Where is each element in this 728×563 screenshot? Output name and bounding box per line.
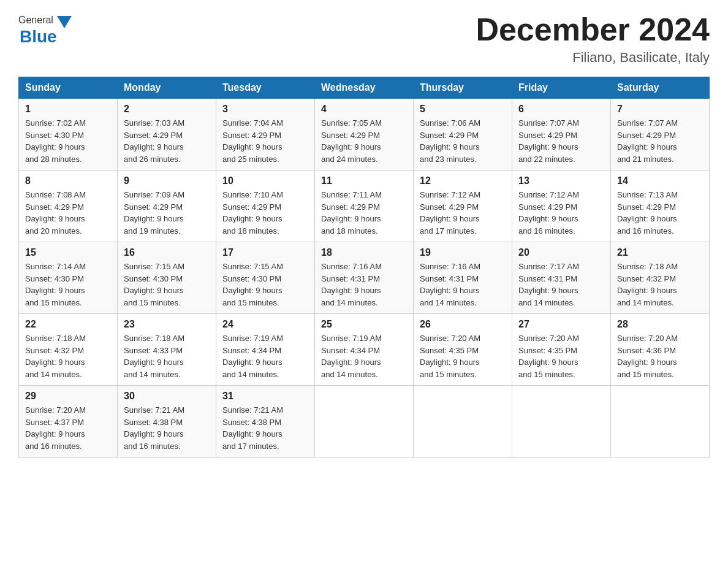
week-row-4: 22 Sunrise: 7:18 AMSunset: 4:32 PMDaylig… [19, 314, 710, 386]
day-cell: 19 Sunrise: 7:16 AMSunset: 4:31 PMDaylig… [414, 242, 512, 314]
title-block: December 2024 Filiano, Basilicate, Italy [476, 12, 710, 66]
location-subtitle: Filiano, Basilicate, Italy [476, 50, 710, 66]
day-cell: 18 Sunrise: 7:16 AMSunset: 4:31 PMDaylig… [315, 242, 414, 314]
day-cell: 21 Sunrise: 7:18 AMSunset: 4:32 PMDaylig… [611, 242, 710, 314]
day-number: 21 [617, 247, 703, 258]
day-cell: 17 Sunrise: 7:15 AMSunset: 4:30 PMDaylig… [216, 242, 315, 314]
day-info: Sunrise: 7:19 AMSunset: 4:34 PMDaylight:… [321, 334, 382, 379]
day-number: 8 [25, 175, 111, 186]
day-number: 7 [617, 104, 703, 115]
day-info: Sunrise: 7:20 AMSunset: 4:37 PMDaylight:… [25, 405, 86, 451]
day-cell: 31 Sunrise: 7:21 AMSunset: 4:38 PMDaylig… [216, 386, 315, 458]
week-row-2: 8 Sunrise: 7:08 AMSunset: 4:29 PMDayligh… [19, 170, 710, 242]
day-cell [414, 386, 512, 458]
day-info: Sunrise: 7:15 AMSunset: 4:30 PMDaylight:… [222, 262, 283, 307]
header-cell-wednesday: Wednesday [315, 77, 414, 99]
day-info: Sunrise: 7:21 AMSunset: 4:38 PMDaylight:… [124, 405, 184, 451]
day-info: Sunrise: 7:15 AMSunset: 4:30 PMDaylight:… [124, 262, 184, 307]
day-number: 30 [124, 391, 210, 402]
day-number: 29 [25, 391, 111, 402]
day-number: 13 [518, 175, 604, 186]
logo-blue-text: Blue [20, 27, 57, 47]
day-info: Sunrise: 7:04 AMSunset: 4:29 PMDaylight:… [222, 118, 283, 164]
day-number: 5 [420, 104, 506, 115]
day-number: 16 [124, 247, 210, 258]
header-cell-monday: Monday [118, 77, 216, 99]
day-cell: 7 Sunrise: 7:07 AMSunset: 4:29 PMDayligh… [611, 99, 710, 170]
day-number: 2 [124, 104, 210, 115]
day-info: Sunrise: 7:14 AMSunset: 4:30 PMDaylight:… [25, 262, 86, 307]
day-info: Sunrise: 7:16 AMSunset: 4:31 PMDaylight:… [321, 262, 382, 307]
day-cell: 14 Sunrise: 7:13 AMSunset: 4:29 PMDaylig… [611, 170, 710, 242]
day-info: Sunrise: 7:17 AMSunset: 4:31 PMDaylight:… [518, 262, 579, 307]
day-info: Sunrise: 7:16 AMSunset: 4:31 PMDaylight:… [420, 262, 480, 307]
day-number: 10 [222, 175, 308, 186]
day-cell: 1 Sunrise: 7:02 AMSunset: 4:30 PMDayligh… [19, 99, 118, 170]
day-info: Sunrise: 7:18 AMSunset: 4:32 PMDaylight:… [25, 334, 86, 379]
day-number: 4 [321, 104, 407, 115]
header-cell-thursday: Thursday [414, 77, 512, 99]
week-row-3: 15 Sunrise: 7:14 AMSunset: 4:30 PMDaylig… [19, 242, 710, 314]
header-cell-saturday: Saturday [611, 77, 710, 99]
day-cell: 9 Sunrise: 7:09 AMSunset: 4:29 PMDayligh… [118, 170, 216, 242]
day-cell: 20 Sunrise: 7:17 AMSunset: 4:31 PMDaylig… [512, 242, 611, 314]
header-cell-friday: Friday [512, 77, 611, 99]
day-cell: 5 Sunrise: 7:06 AMSunset: 4:29 PMDayligh… [414, 99, 512, 170]
day-info: Sunrise: 7:07 AMSunset: 4:29 PMDaylight:… [617, 118, 678, 164]
day-cell: 23 Sunrise: 7:18 AMSunset: 4:33 PMDaylig… [118, 314, 216, 386]
day-info: Sunrise: 7:20 AMSunset: 4:35 PMDaylight:… [420, 334, 480, 379]
week-row-1: 1 Sunrise: 7:02 AMSunset: 4:30 PMDayligh… [19, 99, 710, 170]
day-number: 12 [420, 175, 506, 186]
day-cell: 27 Sunrise: 7:20 AMSunset: 4:35 PMDaylig… [512, 314, 611, 386]
day-number: 18 [321, 247, 407, 258]
day-info: Sunrise: 7:19 AMSunset: 4:34 PMDaylight:… [222, 334, 283, 379]
header-cell-tuesday: Tuesday [216, 77, 315, 99]
page-header: General Blue December 2024 Filiano, Basi… [18, 12, 710, 66]
day-number: 19 [420, 247, 506, 258]
day-info: Sunrise: 7:07 AMSunset: 4:29 PMDaylight:… [518, 118, 579, 164]
day-cell: 12 Sunrise: 7:12 AMSunset: 4:29 PMDaylig… [414, 170, 512, 242]
day-cell: 22 Sunrise: 7:18 AMSunset: 4:32 PMDaylig… [19, 314, 118, 386]
day-number: 23 [124, 319, 210, 330]
day-number: 3 [222, 104, 308, 115]
day-info: Sunrise: 7:08 AMSunset: 4:29 PMDaylight:… [25, 190, 86, 236]
logo: General Blue [18, 12, 72, 47]
day-number: 20 [518, 247, 604, 258]
day-number: 26 [420, 319, 506, 330]
month-year-title: December 2024 [476, 12, 710, 47]
day-info: Sunrise: 7:18 AMSunset: 4:33 PMDaylight:… [124, 334, 184, 379]
day-cell [315, 386, 414, 458]
logo-triangle-icon [57, 16, 72, 28]
day-cell: 25 Sunrise: 7:19 AMSunset: 4:34 PMDaylig… [315, 314, 414, 386]
day-cell: 11 Sunrise: 7:11 AMSunset: 4:29 PMDaylig… [315, 170, 414, 242]
day-info: Sunrise: 7:03 AMSunset: 4:29 PMDaylight:… [124, 118, 184, 164]
day-number: 27 [518, 319, 604, 330]
logo-general-text: General [18, 15, 53, 26]
week-row-5: 29 Sunrise: 7:20 AMSunset: 4:37 PMDaylig… [19, 386, 710, 458]
day-info: Sunrise: 7:06 AMSunset: 4:29 PMDaylight:… [420, 118, 480, 164]
day-cell: 28 Sunrise: 7:20 AMSunset: 4:36 PMDaylig… [611, 314, 710, 386]
header-row: SundayMondayTuesdayWednesdayThursdayFrid… [19, 77, 710, 99]
day-cell: 4 Sunrise: 7:05 AMSunset: 4:29 PMDayligh… [315, 99, 414, 170]
calendar-body: 1 Sunrise: 7:02 AMSunset: 4:30 PMDayligh… [19, 99, 710, 458]
day-number: 6 [518, 104, 604, 115]
day-number: 24 [222, 319, 308, 330]
day-number: 15 [25, 247, 111, 258]
day-info: Sunrise: 7:02 AMSunset: 4:30 PMDaylight:… [25, 118, 86, 164]
day-number: 28 [617, 319, 703, 330]
day-cell: 10 Sunrise: 7:10 AMSunset: 4:29 PMDaylig… [216, 170, 315, 242]
day-number: 11 [321, 175, 407, 186]
day-cell [611, 386, 710, 458]
day-number: 25 [321, 319, 407, 330]
day-info: Sunrise: 7:21 AMSunset: 4:38 PMDaylight:… [222, 405, 283, 451]
day-info: Sunrise: 7:11 AMSunset: 4:29 PMDaylight:… [321, 190, 382, 236]
day-cell: 15 Sunrise: 7:14 AMSunset: 4:30 PMDaylig… [19, 242, 118, 314]
day-info: Sunrise: 7:12 AMSunset: 4:29 PMDaylight:… [420, 190, 480, 236]
day-info: Sunrise: 7:05 AMSunset: 4:29 PMDaylight:… [321, 118, 382, 164]
day-cell: 16 Sunrise: 7:15 AMSunset: 4:30 PMDaylig… [118, 242, 216, 314]
day-info: Sunrise: 7:09 AMSunset: 4:29 PMDaylight:… [124, 190, 184, 236]
day-cell: 13 Sunrise: 7:12 AMSunset: 4:29 PMDaylig… [512, 170, 611, 242]
day-info: Sunrise: 7:18 AMSunset: 4:32 PMDaylight:… [617, 262, 678, 307]
day-cell: 8 Sunrise: 7:08 AMSunset: 4:29 PMDayligh… [19, 170, 118, 242]
header-cell-sunday: Sunday [19, 77, 118, 99]
